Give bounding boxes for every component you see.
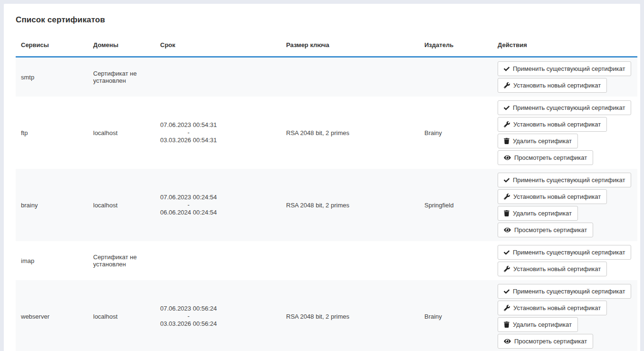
domains-cell: localhost xyxy=(88,280,155,351)
column-header-term: Срок xyxy=(155,41,281,57)
install-new-certificate-button[interactable]: Установить новый сертификат xyxy=(498,301,607,315)
actions-cell: Применить существующий сертификатУстанов… xyxy=(492,97,637,169)
domains-cell: localhost xyxy=(88,97,155,169)
term-from: 07.06.2023 00:24:54 xyxy=(160,194,217,201)
column-header-keysize: Размер ключа xyxy=(281,41,419,57)
trash-icon xyxy=(504,322,509,328)
issuer-cell: Springfield xyxy=(419,169,492,241)
term-to: 03.03.2026 00:54:31 xyxy=(160,136,217,144)
wrench-icon xyxy=(504,194,510,200)
term-from: 07.06.2023 00:56:24 xyxy=(160,305,217,312)
column-header-domains: Домены xyxy=(88,41,155,57)
column-header-actions: Действия xyxy=(492,41,637,57)
term-cell: 07.06.2023 00:24:54-06.06.2024 00:24:54 xyxy=(155,169,281,241)
actions-cell: Применить существующий сертификатУстанов… xyxy=(492,280,637,351)
actions-group: Применить существующий сертификатУстанов… xyxy=(498,60,633,94)
term-cell: 07.06.2023 00:54:31-03.03.2026 00:54:31 xyxy=(155,97,281,169)
button-label: Применить существующий сертификат xyxy=(513,104,625,111)
delete-certificate-button[interactable]: Удалить сертификат xyxy=(498,317,578,332)
view-certificate-button[interactable]: Просмотреть сертификат xyxy=(498,150,593,165)
term-cell: 07.06.2023 00:56:24-03.03.2026 00:56:24 xyxy=(155,280,281,351)
actions-cell: Применить существующий сертификатУстанов… xyxy=(492,169,637,241)
button-label: Установить новый сертификат xyxy=(513,82,601,89)
apply-existing-certificate-button[interactable]: Применить существующий сертификат xyxy=(498,61,631,76)
certificates-table: СервисыДоменыСрокРазмер ключаИздательДей… xyxy=(16,41,637,351)
keysize-cell xyxy=(281,57,419,97)
term-from: 07.06.2023 00:54:31 xyxy=(160,121,217,129)
trash-icon xyxy=(504,138,509,144)
term-dates: 07.06.2023 00:56:24-03.03.2026 00:56:24 xyxy=(160,305,217,328)
term-separator: - xyxy=(160,129,217,136)
view-certificate-button[interactable]: Просмотреть сертификат xyxy=(498,223,593,237)
table-header-row: СервисыДоменыСрокРазмер ключаИздательДей… xyxy=(16,41,637,57)
wrench-icon xyxy=(504,266,510,272)
actions-cell: Применить существующий сертификатУстанов… xyxy=(492,241,637,280)
column-header-issuer: Издатель xyxy=(419,41,492,57)
table-row: imapСертификат не установленПрименить су… xyxy=(16,241,637,280)
button-label: Установить новый сертификат xyxy=(513,304,601,312)
service-cell: ftp xyxy=(16,97,88,169)
wrench-icon xyxy=(504,121,510,127)
button-label: Удалить сертификат xyxy=(513,210,572,217)
delete-certificate-button[interactable]: Удалить сертификат xyxy=(498,206,578,221)
apply-existing-certificate-button[interactable]: Применить существующий сертификат xyxy=(498,284,631,299)
certificates-card: Список сертификатов СервисыДоменыСрокРаз… xyxy=(4,4,640,351)
term-dates: 07.06.2023 00:54:31-03.03.2026 00:54:31 xyxy=(160,121,217,144)
button-label: Удалить сертификат xyxy=(513,321,572,328)
view-certificate-button[interactable]: Просмотреть сертификат xyxy=(498,334,593,349)
check-icon xyxy=(504,66,509,72)
actions-group: Применить существующий сертификатУстанов… xyxy=(498,99,633,166)
actions-group: Применить существующий сертификатУстанов… xyxy=(498,244,633,277)
trash-icon xyxy=(504,210,509,216)
install-new-certificate-button[interactable]: Установить новый сертификат xyxy=(498,117,607,132)
domains-cell: localhost xyxy=(88,169,155,241)
check-icon xyxy=(504,250,509,255)
button-label: Установить новый сертификат xyxy=(513,121,601,128)
term-to: 03.03.2026 00:56:24 xyxy=(160,320,217,328)
wrench-icon xyxy=(504,82,510,88)
table-row: brainylocalhost07.06.2023 00:24:54-06.06… xyxy=(16,169,637,241)
domains-cell: Сертификат не установлен xyxy=(88,57,155,97)
term-dates: 07.06.2023 00:24:54-06.06.2024 00:24:54 xyxy=(160,194,217,216)
actions-cell: Применить существующий сертификатУстанов… xyxy=(492,57,637,97)
keysize-cell xyxy=(281,241,419,280)
button-label: Применить существующий сертификат xyxy=(513,288,625,295)
apply-existing-certificate-button[interactable]: Применить существующий сертификат xyxy=(498,100,631,115)
install-new-certificate-button[interactable]: Установить новый сертификат xyxy=(498,78,607,93)
column-header-service: Сервисы xyxy=(16,41,88,57)
button-label: Просмотреть сертификат xyxy=(514,154,587,161)
issuer-cell xyxy=(419,57,492,97)
check-icon xyxy=(504,289,509,294)
term-to: 06.06.2024 00:24:54 xyxy=(160,209,217,216)
check-icon xyxy=(504,105,509,111)
button-label: Установить новый сертификат xyxy=(513,193,601,200)
domains-cell: Сертификат не установлен xyxy=(88,241,155,280)
actions-group: Применить существующий сертификатУстанов… xyxy=(498,283,633,350)
keysize-cell: RSA 2048 bit, 2 primes xyxy=(281,97,419,169)
service-cell: imap xyxy=(16,241,88,280)
service-cell: smtp xyxy=(16,57,88,97)
delete-certificate-button[interactable]: Удалить сертификат xyxy=(498,134,578,148)
term-separator: - xyxy=(160,312,217,320)
table-row: smtpСертификат не установленПрименить су… xyxy=(16,57,637,97)
apply-existing-certificate-button[interactable]: Применить существующий сертификат xyxy=(498,173,631,187)
service-cell: brainy xyxy=(16,169,88,241)
button-label: Просмотреть сертификат xyxy=(514,226,587,234)
install-new-certificate-button[interactable]: Установить новый сертификат xyxy=(498,262,607,276)
service-cell: webserver xyxy=(16,280,88,351)
issuer-cell: Brainy xyxy=(419,97,492,169)
issuer-cell: Brainy xyxy=(419,280,492,351)
table-row: webserverlocalhost07.06.2023 00:56:24-03… xyxy=(16,280,637,351)
keysize-cell: RSA 2048 bit, 2 primes xyxy=(281,280,419,351)
table-row: ftplocalhost07.06.2023 00:54:31-03.03.20… xyxy=(16,97,637,169)
install-new-certificate-button[interactable]: Установить новый сертификат xyxy=(498,189,607,204)
issuer-cell xyxy=(419,241,492,280)
button-label: Применить существующий сертификат xyxy=(513,65,625,72)
term-separator: - xyxy=(160,201,217,209)
eye-icon xyxy=(504,155,511,161)
actions-group: Применить существующий сертификатУстанов… xyxy=(498,172,633,238)
term-cell xyxy=(155,57,281,97)
eye-icon xyxy=(504,227,511,233)
eye-icon xyxy=(504,338,511,344)
apply-existing-certificate-button[interactable]: Применить существующий сертификат xyxy=(498,245,631,260)
